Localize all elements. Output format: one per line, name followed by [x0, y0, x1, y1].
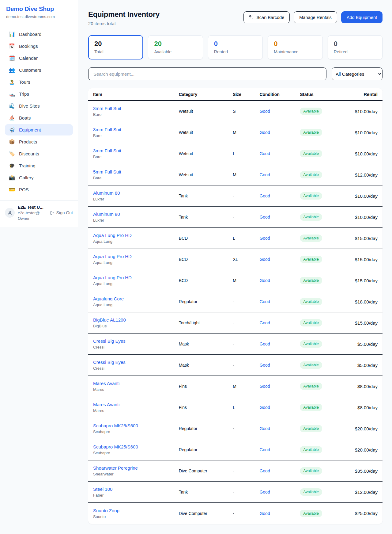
category-cell: Regulator	[179, 299, 233, 304]
brand-title[interactable]: Demo Dive Shop	[6, 6, 72, 13]
category-cell: Fins	[179, 384, 233, 389]
item-name-link[interactable]: Aluminum 80	[93, 190, 179, 196]
sidebar-item-pos[interactable]: 💳POS	[5, 184, 73, 195]
item-name-link[interactable]: Suunto Zoop	[93, 508, 179, 513]
sidebar-item-customers[interactable]: 👥Customers	[5, 64, 73, 76]
item-name-link[interactable]: Aqua Lung Pro HD	[93, 254, 179, 259]
item-name-link[interactable]: Mares Avanti	[93, 402, 179, 407]
condition-link[interactable]: Good	[259, 257, 270, 262]
condition-link[interactable]: Good	[259, 384, 270, 389]
item-name-link[interactable]: 3mm Full Suit	[93, 127, 179, 132]
status-cell: Available	[300, 425, 346, 432]
item-brand: Luxfer	[93, 218, 179, 223]
item-cell: Scubapro MK25/S600Scubapro	[93, 444, 179, 455]
condition-link[interactable]: Good	[259, 341, 270, 346]
item-name-link[interactable]: BigBlue AL1200	[93, 317, 179, 322]
item-name-link[interactable]: Scubapro MK25/S600	[93, 423, 179, 428]
item-name-link[interactable]: Mares Avanti	[93, 381, 179, 386]
condition-link[interactable]: Good	[259, 172, 270, 177]
sidebar-item-label: Dive Sites	[19, 103, 40, 109]
item-cell: Scubapro MK25/S600Scubapro	[93, 423, 179, 434]
sidebar-item-gallery[interactable]: 📸Gallery	[5, 172, 73, 183]
condition-link[interactable]: Good	[259, 490, 270, 494]
sidebar-item-training[interactable]: 🎓Training	[5, 160, 73, 171]
sidebar-item-trips[interactable]: 🛥️Trips	[5, 88, 73, 100]
table-row: Aqua Lung Pro HDAqua LungBCDLGoodAvailab…	[88, 228, 383, 249]
stat-label-rented: Rented	[214, 49, 257, 54]
item-name-link[interactable]: Shearwater Peregrine	[93, 465, 179, 471]
search-input[interactable]	[88, 67, 326, 80]
scan-barcode-button[interactable]: Scan Barcode	[243, 11, 290, 23]
spiral-calendar-icon: 🗓️	[9, 56, 15, 61]
item-name-link[interactable]: Steel 100	[93, 486, 179, 492]
item-cell: Shearwater PeregrineShearwater	[93, 465, 179, 476]
item-name-link[interactable]: Aqualung Core	[93, 296, 179, 301]
credit-card-icon: 💳	[9, 187, 15, 192]
condition-link[interactable]: Good	[259, 511, 270, 516]
item-name-link[interactable]: 5mm Full Suit	[93, 169, 179, 174]
item-name-link[interactable]: Aluminum 80	[93, 212, 179, 217]
manage-rentals-button[interactable]: Manage Rentals	[294, 11, 337, 23]
sidebar-item-tours[interactable]: 🏝️Tours	[5, 76, 73, 88]
size-cell: L	[233, 151, 259, 156]
category-cell: BCD	[179, 278, 233, 283]
status-badge: Available	[300, 298, 322, 305]
item-name-link[interactable]: 3mm Full Suit	[93, 148, 179, 153]
sidebar-item-calendar[interactable]: 🗓️Calendar	[5, 52, 73, 64]
condition-link[interactable]: Good	[259, 130, 270, 135]
sidebar-item-products[interactable]: 📦Products	[5, 136, 73, 147]
status-cell: Available	[300, 150, 346, 157]
item-brand: Suunto	[93, 514, 179, 519]
size-cell: -	[233, 426, 259, 431]
condition-link[interactable]: Good	[259, 236, 270, 241]
condition-cell: Good	[259, 426, 300, 431]
item-name-link[interactable]: Aqua Lung Pro HD	[93, 233, 179, 238]
category-select[interactable]: All Categories	[332, 67, 383, 80]
status-badge: Available	[300, 510, 322, 517]
stat-card-retired[interactable]: 0Retired	[328, 35, 383, 59]
item-name-link[interactable]: Scubapro MK25/S600	[93, 444, 179, 449]
sidebar-item-bookings[interactable]: 📅Bookings	[5, 40, 73, 52]
sign-out-button[interactable]: Sign Out	[50, 210, 73, 215]
condition-link[interactable]: Good	[259, 405, 270, 410]
column-header-rental: Rental	[346, 92, 378, 97]
item-cell: Aqua Lung Pro HDAqua Lung	[93, 254, 179, 265]
condition-link[interactable]: Good	[259, 193, 270, 198]
item-name-link[interactable]: Cressi Big Eyes	[93, 360, 179, 365]
condition-cell: Good	[259, 490, 300, 494]
condition-link[interactable]: Good	[259, 215, 270, 219]
table-row: Steel 100FaberTank-GoodAvailable$12.00/d…	[88, 482, 383, 503]
sidebar-item-boats[interactable]: ⛵Boats	[5, 112, 73, 124]
sidebar-item-discounts[interactable]: 🏷️Discounts	[5, 148, 73, 159]
rental-price: $10.00/day	[346, 130, 378, 135]
condition-link[interactable]: Good	[259, 299, 270, 304]
condition-link[interactable]: Good	[259, 363, 270, 368]
item-name-link[interactable]: Aqua Lung Pro HD	[93, 275, 179, 280]
condition-link[interactable]: Good	[259, 447, 270, 452]
sidebar-item-equipment[interactable]: 🤿Equipment	[5, 124, 73, 135]
user-section: E2E Test U... e2e-tester@... Owner Sign …	[0, 200, 78, 223]
sidebar-item-label: Dashboard	[19, 32, 41, 37]
stat-card-available[interactable]: 20Available	[148, 35, 203, 59]
status-badge: Available	[300, 277, 322, 284]
item-brand: Bare	[93, 176, 179, 180]
item-name-link[interactable]: Cressi Big Eyes	[93, 338, 179, 344]
status-badge: Available	[300, 213, 322, 221]
condition-link[interactable]: Good	[259, 426, 270, 431]
condition-link[interactable]: Good	[259, 109, 270, 114]
sidebar-item-dashboard[interactable]: 📊Dashboard	[5, 29, 73, 40]
condition-link[interactable]: Good	[259, 151, 270, 156]
stat-card-maintenance[interactable]: 0Maintenance	[268, 35, 322, 59]
stat-card-total[interactable]: 20Total	[88, 35, 143, 59]
size-cell: -	[233, 490, 259, 494]
condition-link[interactable]: Good	[259, 278, 270, 283]
stat-card-rented[interactable]: 0Rented	[208, 35, 263, 59]
size-cell: L	[233, 236, 259, 241]
sidebar-item-dive-sites[interactable]: 🌊Dive Sites	[5, 100, 73, 112]
condition-link[interactable]: Good	[259, 320, 270, 325]
size-cell: -	[233, 299, 259, 304]
category-cell: Torch/Light	[179, 320, 233, 325]
add-equipment-button[interactable]: Add Equipment	[341, 11, 383, 23]
item-name-link[interactable]: 3mm Full Suit	[93, 106, 179, 111]
condition-link[interactable]: Good	[259, 468, 270, 473]
